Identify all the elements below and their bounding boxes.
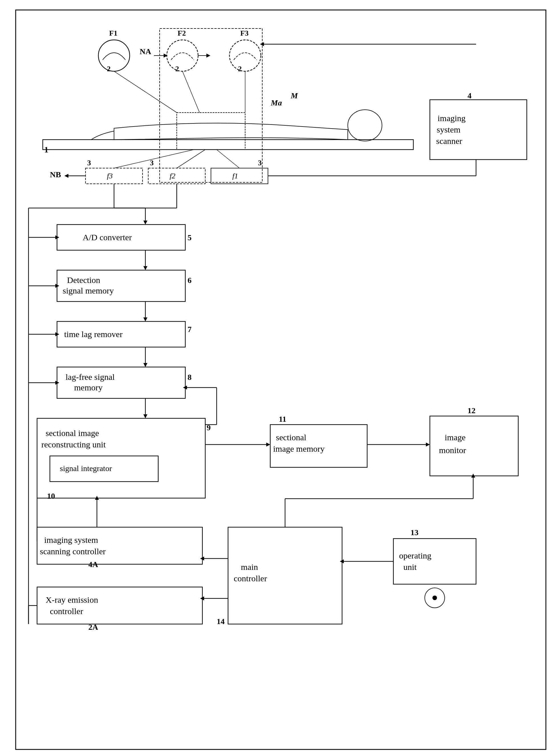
label-3a: 3 bbox=[87, 159, 91, 167]
lag-free-signal-memory-label2: memory bbox=[74, 383, 103, 392]
main-controller-label2: controller bbox=[234, 574, 267, 583]
image-monitor-label1: image bbox=[445, 433, 466, 442]
x-ray-emission-controller-label2: controller bbox=[50, 606, 83, 616]
svg-rect-21 bbox=[177, 113, 245, 150]
detection-signal-memory-label2: signal memory bbox=[63, 286, 114, 295]
label-2c: 2 bbox=[238, 65, 242, 73]
label-5: 5 bbox=[187, 233, 192, 242]
svg-point-14 bbox=[167, 40, 198, 71]
svg-point-62 bbox=[432, 596, 437, 600]
label-11: 11 bbox=[279, 415, 286, 423]
x-ray-emission-controller-label1: X-ray emission bbox=[46, 595, 98, 604]
main-controller-label1: main bbox=[241, 562, 258, 572]
label-12: 12 bbox=[468, 406, 475, 415]
imaging-system-scanner-label2: system bbox=[437, 125, 461, 134]
label-6: 6 bbox=[187, 276, 192, 285]
label-1: 1 bbox=[44, 145, 48, 154]
svg-rect-60 bbox=[394, 539, 476, 584]
svg-line-23 bbox=[182, 71, 200, 113]
svg-line-27 bbox=[217, 150, 240, 168]
lag-free-signal-memory-label1: lag-free signal bbox=[66, 372, 115, 382]
label-7: 7 bbox=[187, 325, 192, 334]
svg-rect-3 bbox=[86, 168, 142, 184]
image-monitor-label2: monitor bbox=[439, 445, 466, 455]
svg-marker-35 bbox=[143, 266, 148, 270]
svg-rect-58 bbox=[37, 587, 202, 624]
svg-line-25 bbox=[114, 150, 194, 168]
svg-marker-38 bbox=[143, 317, 148, 321]
sectional-image-reconstructing-unit-label1: sectional image bbox=[46, 428, 99, 438]
svg-marker-48 bbox=[266, 442, 270, 446]
svg-point-2 bbox=[348, 110, 382, 141]
label-F2: F2 bbox=[178, 29, 186, 37]
svg-marker-51 bbox=[426, 442, 430, 446]
svg-marker-41 bbox=[143, 363, 148, 367]
operating-unit-label1: operating bbox=[399, 551, 431, 560]
ad-converter-label: A/D converter bbox=[83, 232, 132, 242]
time-lag-remover-label: time lag remover bbox=[64, 329, 122, 339]
label-10: 10 bbox=[47, 491, 55, 500]
sectional-image-memory-label2: image memory bbox=[273, 444, 325, 453]
label-NA: NA bbox=[140, 47, 151, 56]
svg-rect-1 bbox=[43, 140, 413, 150]
label-F3: F3 bbox=[240, 29, 249, 37]
label-14: 14 bbox=[217, 617, 225, 626]
sectional-image-reconstructing-unit-label2: reconstructing unit bbox=[41, 440, 106, 449]
label-NB: NB bbox=[50, 170, 61, 179]
svg-marker-16 bbox=[206, 53, 210, 58]
svg-point-17 bbox=[229, 40, 261, 71]
imaging-system-scanning-controller-label1: imaging system bbox=[44, 535, 98, 545]
svg-rect-57 bbox=[37, 527, 202, 564]
svg-rect-20 bbox=[160, 28, 262, 182]
label-2A: 2A bbox=[88, 623, 98, 632]
label-4: 4 bbox=[468, 91, 471, 100]
label-2b: 2 bbox=[175, 65, 179, 73]
label-2a: 2 bbox=[107, 65, 111, 73]
label-13: 13 bbox=[410, 528, 419, 537]
label-3c: 3 bbox=[258, 159, 262, 167]
imaging-system-scanning-controller-label2: scanning controller bbox=[40, 547, 106, 556]
label-4A: 4A bbox=[88, 560, 98, 569]
label-f1: f1 bbox=[232, 172, 238, 180]
label-M: M bbox=[290, 91, 298, 100]
svg-marker-44 bbox=[143, 414, 148, 418]
svg-rect-5 bbox=[211, 168, 268, 184]
label-8: 8 bbox=[187, 373, 192, 382]
label-F1: F1 bbox=[109, 29, 117, 37]
svg-point-11 bbox=[98, 40, 130, 71]
operating-unit-label2: unit bbox=[403, 562, 417, 572]
svg-rect-4 bbox=[148, 168, 205, 184]
imaging-system-scanner-label3: scanner bbox=[436, 136, 462, 145]
label-f2: f2 bbox=[170, 172, 175, 180]
svg-line-22 bbox=[114, 71, 177, 113]
svg-marker-32 bbox=[143, 221, 148, 225]
label-Ma: Ma bbox=[270, 98, 282, 107]
svg-marker-7 bbox=[64, 174, 68, 178]
detection-signal-memory-label: Detection bbox=[67, 275, 100, 285]
imaging-system-scanner-label1: imaging bbox=[438, 113, 466, 123]
label-3b: 3 bbox=[150, 159, 154, 167]
signal-integrator-label: signal integrator bbox=[60, 464, 112, 473]
label-f3: f3 bbox=[107, 172, 113, 180]
sectional-image-memory-label1: sectional bbox=[276, 433, 307, 442]
